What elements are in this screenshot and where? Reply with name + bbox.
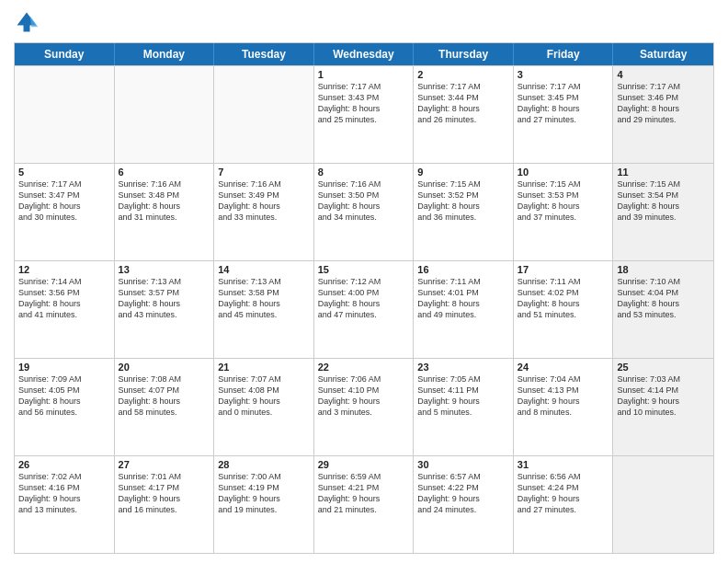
cal-cell-3-4: 23Sunrise: 7:05 AM Sunset: 4:11 PM Dayli… xyxy=(414,359,514,455)
cell-text: Sunrise: 7:00 AM Sunset: 4:19 PM Dayligh… xyxy=(218,471,310,516)
day-number: 16 xyxy=(417,264,509,275)
header-day-thursday: Thursday xyxy=(414,43,514,65)
cal-cell-2-0: 12Sunrise: 7:14 AM Sunset: 3:56 PM Dayli… xyxy=(15,261,115,358)
day-number: 25 xyxy=(617,362,710,373)
day-number: 5 xyxy=(18,167,110,178)
cell-text: Sunrise: 7:01 AM Sunset: 4:17 PM Dayligh… xyxy=(119,471,210,516)
cal-cell-4-2: 28Sunrise: 7:00 AM Sunset: 4:19 PM Dayli… xyxy=(214,456,314,553)
day-number: 27 xyxy=(119,459,210,470)
calendar-row-0: 1Sunrise: 7:17 AM Sunset: 3:43 PM Daylig… xyxy=(15,65,713,163)
cal-cell-0-0 xyxy=(15,66,115,163)
cal-cell-1-5: 10Sunrise: 7:15 AM Sunset: 3:53 PM Dayli… xyxy=(514,164,614,260)
cal-cell-0-5: 3Sunrise: 7:17 AM Sunset: 3:45 PM Daylig… xyxy=(514,66,614,163)
cal-cell-1-2: 7Sunrise: 7:16 AM Sunset: 3:49 PM Daylig… xyxy=(214,164,314,260)
cell-text: Sunrise: 7:13 AM Sunset: 3:58 PM Dayligh… xyxy=(218,276,310,321)
cal-cell-2-3: 15Sunrise: 7:12 AM Sunset: 4:00 PM Dayli… xyxy=(314,261,415,358)
cell-text: Sunrise: 7:17 AM Sunset: 3:45 PM Dayligh… xyxy=(518,81,609,126)
cal-cell-0-6: 4Sunrise: 7:17 AM Sunset: 3:46 PM Daylig… xyxy=(613,66,713,163)
cal-cell-4-0: 26Sunrise: 7:02 AM Sunset: 4:16 PM Dayli… xyxy=(15,456,115,553)
cell-text: Sunrise: 7:17 AM Sunset: 3:46 PM Dayligh… xyxy=(617,81,710,126)
day-number: 7 xyxy=(218,167,310,178)
logo-icon xyxy=(14,9,40,35)
cal-cell-4-3: 29Sunrise: 6:59 AM Sunset: 4:21 PM Dayli… xyxy=(314,456,415,553)
cell-text: Sunrise: 7:11 AM Sunset: 4:01 PM Dayligh… xyxy=(417,276,509,321)
cal-cell-0-3: 1Sunrise: 7:17 AM Sunset: 3:43 PM Daylig… xyxy=(314,66,415,163)
page: SundayMondayTuesdayWednesdayThursdayFrid… xyxy=(0,0,728,563)
cell-text: Sunrise: 7:16 AM Sunset: 3:48 PM Dayligh… xyxy=(119,178,210,224)
calendar-row-4: 26Sunrise: 7:02 AM Sunset: 4:16 PM Dayli… xyxy=(15,455,713,553)
cell-text: Sunrise: 7:02 AM Sunset: 4:16 PM Dayligh… xyxy=(18,471,110,516)
header xyxy=(14,9,714,35)
cal-cell-1-4: 9Sunrise: 7:15 AM Sunset: 3:52 PM Daylig… xyxy=(414,164,514,260)
day-number: 2 xyxy=(417,69,509,80)
cal-cell-3-3: 22Sunrise: 7:06 AM Sunset: 4:10 PM Dayli… xyxy=(314,359,415,455)
cal-cell-3-2: 21Sunrise: 7:07 AM Sunset: 4:08 PM Dayli… xyxy=(214,359,314,455)
cell-text: Sunrise: 7:17 AM Sunset: 3:44 PM Dayligh… xyxy=(417,81,509,126)
cell-text: Sunrise: 7:16 AM Sunset: 3:49 PM Dayligh… xyxy=(218,178,310,224)
header-day-friday: Friday xyxy=(514,43,614,65)
cal-cell-1-3: 8Sunrise: 7:16 AM Sunset: 3:50 PM Daylig… xyxy=(314,164,415,260)
cell-text: Sunrise: 7:08 AM Sunset: 4:07 PM Dayligh… xyxy=(119,373,210,419)
cal-cell-3-6: 25Sunrise: 7:03 AM Sunset: 4:14 PM Dayli… xyxy=(613,359,713,455)
cell-text: Sunrise: 7:05 AM Sunset: 4:11 PM Dayligh… xyxy=(417,373,509,419)
day-number: 21 xyxy=(218,362,310,373)
header-day-monday: Monday xyxy=(115,43,215,65)
cal-cell-3-0: 19Sunrise: 7:09 AM Sunset: 4:05 PM Dayli… xyxy=(15,359,115,455)
day-number: 8 xyxy=(318,167,410,178)
cal-cell-2-2: 14Sunrise: 7:13 AM Sunset: 3:58 PM Dayli… xyxy=(214,261,314,358)
cell-text: Sunrise: 7:04 AM Sunset: 4:13 PM Dayligh… xyxy=(518,373,609,419)
calendar-header: SundayMondayTuesdayWednesdayThursdayFrid… xyxy=(15,43,713,65)
day-number: 4 xyxy=(617,69,710,80)
cell-text: Sunrise: 7:17 AM Sunset: 3:43 PM Dayligh… xyxy=(318,81,410,126)
cell-text: Sunrise: 7:12 AM Sunset: 4:00 PM Dayligh… xyxy=(318,276,410,321)
cell-text: Sunrise: 7:03 AM Sunset: 4:14 PM Dayligh… xyxy=(617,373,710,419)
cal-cell-3-5: 24Sunrise: 7:04 AM Sunset: 4:13 PM Dayli… xyxy=(514,359,614,455)
cal-cell-1-1: 6Sunrise: 7:16 AM Sunset: 3:48 PM Daylig… xyxy=(115,164,215,260)
day-number: 24 xyxy=(518,362,609,373)
cal-cell-0-2 xyxy=(214,66,314,163)
cell-text: Sunrise: 7:15 AM Sunset: 3:53 PM Dayligh… xyxy=(518,178,609,224)
cal-cell-0-4: 2Sunrise: 7:17 AM Sunset: 3:44 PM Daylig… xyxy=(414,66,514,163)
cal-cell-2-5: 17Sunrise: 7:11 AM Sunset: 4:02 PM Dayli… xyxy=(514,261,614,358)
cal-cell-2-1: 13Sunrise: 7:13 AM Sunset: 3:57 PM Dayli… xyxy=(115,261,215,358)
day-number: 17 xyxy=(518,264,609,275)
cal-cell-2-6: 18Sunrise: 7:10 AM Sunset: 4:04 PM Dayli… xyxy=(613,261,713,358)
calendar-row-3: 19Sunrise: 7:09 AM Sunset: 4:05 PM Dayli… xyxy=(15,358,713,455)
day-number: 1 xyxy=(318,69,410,80)
day-number: 26 xyxy=(18,459,110,470)
cal-cell-0-1 xyxy=(115,66,215,163)
cell-text: Sunrise: 7:07 AM Sunset: 4:08 PM Dayligh… xyxy=(218,373,310,419)
logo xyxy=(14,9,43,35)
day-number: 20 xyxy=(119,362,210,373)
cal-cell-3-1: 20Sunrise: 7:08 AM Sunset: 4:07 PM Dayli… xyxy=(115,359,215,455)
cell-text: Sunrise: 6:56 AM Sunset: 4:24 PM Dayligh… xyxy=(518,471,609,516)
cell-text: Sunrise: 7:15 AM Sunset: 3:52 PM Dayligh… xyxy=(417,178,509,224)
cell-text: Sunrise: 6:57 AM Sunset: 4:22 PM Dayligh… xyxy=(417,471,509,516)
day-number: 23 xyxy=(417,362,509,373)
calendar-row-1: 5Sunrise: 7:17 AM Sunset: 3:47 PM Daylig… xyxy=(15,163,713,260)
day-number: 11 xyxy=(617,167,710,178)
day-number: 6 xyxy=(119,167,210,178)
day-number: 3 xyxy=(518,69,609,80)
day-number: 28 xyxy=(218,459,310,470)
day-number: 12 xyxy=(18,264,110,275)
cell-text: Sunrise: 7:09 AM Sunset: 4:05 PM Dayligh… xyxy=(18,373,110,419)
cell-text: Sunrise: 6:59 AM Sunset: 4:21 PM Dayligh… xyxy=(318,471,410,516)
calendar-body: 1Sunrise: 7:17 AM Sunset: 3:43 PM Daylig… xyxy=(15,65,713,553)
cell-text: Sunrise: 7:10 AM Sunset: 4:04 PM Dayligh… xyxy=(617,276,710,321)
day-number: 14 xyxy=(218,264,310,275)
cal-cell-4-6 xyxy=(613,456,713,553)
cal-cell-4-4: 30Sunrise: 6:57 AM Sunset: 4:22 PM Dayli… xyxy=(414,456,514,553)
day-number: 22 xyxy=(318,362,410,373)
cell-text: Sunrise: 7:13 AM Sunset: 3:57 PM Dayligh… xyxy=(119,276,210,321)
day-number: 10 xyxy=(518,167,609,178)
day-number: 31 xyxy=(518,459,609,470)
day-number: 29 xyxy=(318,459,410,470)
day-number: 15 xyxy=(318,264,410,275)
day-number: 9 xyxy=(417,167,509,178)
day-number: 13 xyxy=(119,264,210,275)
cal-cell-2-4: 16Sunrise: 7:11 AM Sunset: 4:01 PM Dayli… xyxy=(414,261,514,358)
cell-text: Sunrise: 7:06 AM Sunset: 4:10 PM Dayligh… xyxy=(318,373,410,419)
cell-text: Sunrise: 7:14 AM Sunset: 3:56 PM Dayligh… xyxy=(18,276,110,321)
calendar: SundayMondayTuesdayWednesdayThursdayFrid… xyxy=(14,42,714,554)
